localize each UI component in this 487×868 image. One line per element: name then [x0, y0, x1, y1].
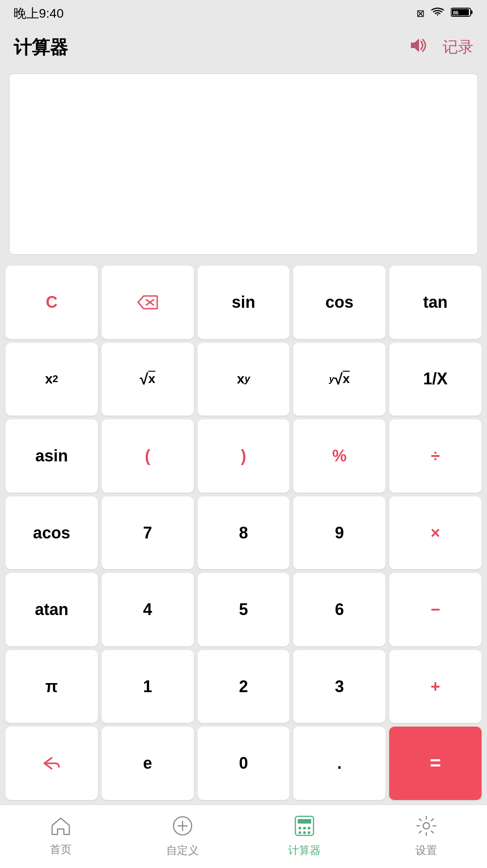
wifi-icon [431, 7, 444, 20]
subtract-button[interactable]: − [389, 573, 482, 646]
eight-button[interactable]: 8 [198, 496, 290, 570]
nav-custom[interactable]: 自定义 [122, 815, 244, 858]
bottom-nav: 首页 自定义 计算器 [0, 805, 487, 868]
six-button[interactable]: 6 [293, 573, 386, 646]
asin-button[interactable]: asin [5, 419, 98, 493]
settings-icon [416, 815, 437, 840]
sqrt-button[interactable]: √x [101, 343, 194, 416]
sound-button[interactable] [409, 37, 429, 58]
home-icon [50, 816, 71, 839]
svg-point-13 [303, 827, 306, 829]
key-row-5: atan 4 5 6 − [5, 573, 482, 646]
backspace-button[interactable] [101, 266, 194, 339]
reciprocal-button[interactable]: 1/X [389, 343, 482, 416]
svg-text:86: 86 [453, 10, 458, 15]
key-row-2: x2 √x xy y√x 1/X [5, 343, 482, 416]
plus-circle-icon [172, 815, 193, 840]
zero-button[interactable]: 0 [198, 727, 290, 800]
svg-rect-1 [471, 10, 473, 14]
svg-point-15 [299, 831, 301, 834]
nine-button[interactable]: 9 [293, 496, 386, 570]
nav-custom-label: 自定义 [166, 843, 199, 858]
battery-x-icon: ⊠ [416, 8, 424, 19]
key-row-7: e 0 . = [5, 727, 482, 800]
nav-settings[interactable]: 设置 [365, 815, 487, 858]
tan-button[interactable]: tan [389, 266, 482, 339]
open-paren-button[interactable]: ( [101, 419, 194, 493]
status-icons: ⊠ 86 [416, 7, 473, 20]
record-button[interactable]: 记录 [443, 37, 473, 58]
nav-calculator[interactable]: 计算器 [244, 815, 366, 858]
header-actions: 记录 [409, 37, 473, 58]
svg-rect-11 [298, 819, 311, 824]
key-row-4: acos 7 8 9 × [5, 496, 482, 570]
decimal-button[interactable]: . [293, 727, 386, 800]
seven-button[interactable]: 7 [101, 496, 194, 570]
five-button[interactable]: 5 [198, 573, 290, 646]
square-button[interactable]: x2 [5, 343, 98, 416]
atan-button[interactable]: atan [5, 573, 98, 646]
equals-button[interactable]: = [389, 727, 482, 800]
status-bar: 晚上9:40 ⊠ 86 [0, 0, 487, 27]
euler-button[interactable]: e [101, 727, 194, 800]
battery-icon: 86 [451, 7, 473, 20]
divide-button[interactable]: ÷ [389, 419, 482, 493]
key-row-3: asin ( ) % ÷ [5, 419, 482, 493]
back-arrow-button[interactable] [5, 727, 98, 800]
add-button[interactable]: + [389, 650, 482, 723]
nav-home-label: 首页 [50, 842, 72, 857]
multiply-button[interactable]: × [389, 496, 482, 570]
cos-button[interactable]: cos [293, 266, 386, 339]
three-button[interactable]: 3 [293, 650, 386, 723]
clear-button[interactable]: C [5, 266, 98, 339]
pi-button[interactable]: π [5, 650, 98, 723]
svg-point-12 [299, 827, 301, 829]
yroot-button[interactable]: y√x [293, 343, 386, 416]
svg-marker-4 [411, 39, 419, 52]
page-title: 计算器 [14, 35, 68, 60]
nav-calculator-label: 计算器 [288, 843, 321, 858]
svg-point-16 [303, 831, 306, 834]
header: 计算器 记录 [0, 27, 487, 67]
acos-button[interactable]: acos [5, 496, 98, 570]
keypad: C sin cos tan x2 √x xy y√x 1/X asin ( [0, 261, 487, 805]
key-row-1: C sin cos tan [5, 266, 482, 339]
two-button[interactable]: 2 [198, 650, 290, 723]
calculator-icon [294, 815, 314, 840]
nav-settings-label: 设置 [415, 843, 437, 858]
calculator-display[interactable] [9, 73, 478, 255]
percent-button[interactable]: % [293, 419, 386, 493]
close-paren-button[interactable]: ) [198, 419, 290, 493]
four-button[interactable]: 4 [101, 573, 194, 646]
svg-point-14 [308, 827, 310, 829]
svg-point-18 [423, 823, 429, 829]
nav-home[interactable]: 首页 [0, 816, 122, 857]
key-row-6: π 1 2 3 + [5, 650, 482, 723]
svg-point-17 [308, 831, 310, 834]
status-time: 晚上9:40 [14, 5, 64, 22]
power-button[interactable]: xy [198, 343, 290, 416]
sin-button[interactable]: sin [198, 266, 290, 339]
one-button[interactable]: 1 [101, 650, 194, 723]
